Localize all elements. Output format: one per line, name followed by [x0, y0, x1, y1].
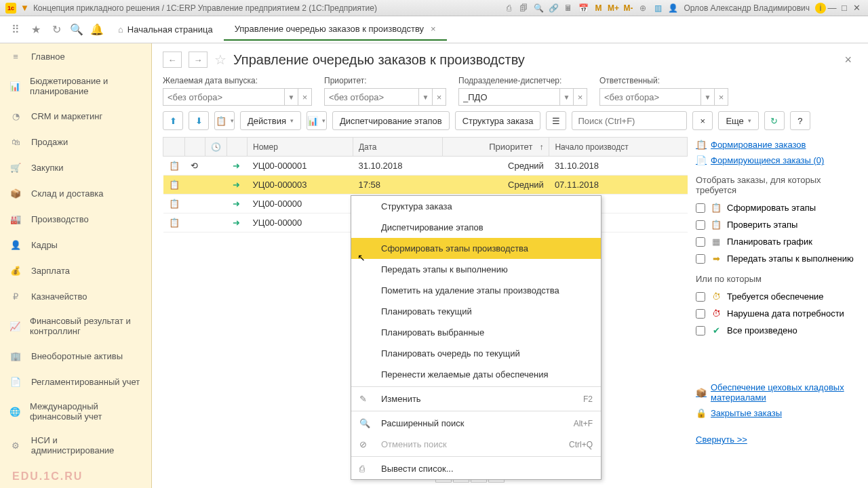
dropdown-icon[interactable]: ▼ [560, 88, 574, 106]
context-menu-item[interactable]: 🔍Расширенный поискAlt+F [351, 413, 601, 434]
link-closed-orders[interactable]: 🔒Закрытые заказы [696, 405, 857, 421]
search-clear-button[interactable]: × [692, 111, 713, 130]
sidebar-item-intl[interactable]: 🌐Международный финансовый учет [0, 394, 151, 428]
star-icon[interactable]: ★ [26, 20, 46, 40]
m-minus-icon[interactable]: M- [623, 3, 633, 14]
context-menu-item[interactable]: Передать этапы к выполнению [351, 259, 601, 280]
context-menu-item[interactable]: ⊘Отменить поискCtrl+Q [351, 434, 601, 455]
sidebar-item-purchase[interactable]: 🛒Закупки [0, 155, 151, 180]
search-input[interactable] [572, 111, 687, 130]
clear-icon[interactable]: × [433, 88, 446, 106]
table-row[interactable]: 📋➜УЦ00-00000317:58Средний07.11.2018 [163, 176, 688, 195]
sidebar-item-accounting[interactable]: 📄Регламентированный учет [0, 369, 151, 394]
context-menu-item[interactable]: Планировать очередь по текущий [351, 343, 601, 364]
context-menu-item[interactable]: Сформировать этапы производства [351, 238, 601, 259]
doc-icon[interactable]: 🗐 [518, 3, 529, 14]
dropdown-icon[interactable]: ▼ [20, 3, 29, 13]
apps-icon[interactable]: ⠿ [5, 20, 26, 40]
context-menu-item[interactable]: Структура заказа [351, 196, 601, 217]
context-menu-item[interactable]: ✎ИзменитьF2 [351, 388, 601, 409]
filter-checkbox[interactable]: 📋Проверить этапы [696, 216, 857, 233]
sidebar-item-main[interactable]: ≡Главное [0, 43, 151, 69]
sidebar-item-hr[interactable]: 👤Кадры [0, 232, 151, 258]
sidebar-item-budget[interactable]: 📊Бюджетирование и планирование [0, 69, 151, 103]
link-materials[interactable]: 📦Обеспечение цеховых кладовых материалам… [696, 380, 857, 405]
search-toolbar-icon[interactable]: 🔍 [66, 20, 87, 40]
m-icon[interactable]: M [593, 3, 604, 14]
sidebar-item-finance[interactable]: 📈Финансовый результат и контроллинг [0, 309, 151, 343]
dropdown-icon[interactable]: ▼ [701, 88, 715, 106]
info-icon[interactable]: i [815, 3, 826, 14]
print-icon[interactable]: ⎙ [503, 3, 514, 14]
link-form-orders[interactable]: 📋Формирование заказов [696, 137, 857, 152]
calendar-icon[interactable]: 📅 [578, 3, 589, 14]
context-menu-item[interactable]: Перенести желаемые даты обеспечения [351, 364, 601, 385]
structure-button[interactable]: Структура заказа [455, 111, 541, 130]
clear-icon[interactable]: × [715, 88, 728, 106]
dropdown-icon[interactable]: ▼ [419, 88, 433, 106]
link-forming-orders[interactable]: 📄Формирующиеся заказы (0) [696, 152, 857, 168]
user-name[interactable]: Орлов Александр Владимирович [684, 3, 810, 13]
context-menu-item[interactable]: Пометить на удаление этапы производства [351, 280, 601, 301]
filter-date-input[interactable] [163, 88, 285, 106]
context-menu-item[interactable]: ⎙Вывести список... [351, 458, 601, 479]
dispatch-button[interactable]: Диспетчирование этапов [332, 111, 450, 130]
filter-resp-input[interactable] [599, 88, 701, 106]
move-up-button[interactable]: ⬆ [163, 111, 183, 130]
tab-home[interactable]: ⌂ Начальная страница [107, 19, 224, 40]
forward-button[interactable]: → [189, 52, 208, 68]
list-button[interactable]: ☰ [546, 111, 566, 130]
link-icon[interactable]: 🔗 [548, 3, 559, 14]
sidebar-item-warehouse[interactable]: 📦Склад и доставка [0, 180, 151, 206]
calc-icon[interactable]: 🖩 [563, 3, 574, 14]
move-down-button[interactable]: ⬇ [189, 111, 209, 130]
sidebar-item-treasury[interactable]: ₽Казначейство [0, 283, 151, 309]
favorite-star-icon[interactable]: ☆ [214, 52, 226, 68]
filter-checkbox[interactable]: 📋Сформировать этапы [696, 199, 857, 216]
col-priority[interactable]: Приоритет ↑ [442, 138, 549, 157]
history-icon[interactable]: ↻ [46, 20, 66, 40]
bell-icon[interactable]: 🔔 [87, 20, 107, 40]
filter-checkbox[interactable]: ▦Планировать график [696, 233, 857, 250]
col-start[interactable]: Начало производст [549, 138, 688, 157]
sidebar-item-production[interactable]: 🏭Производство [0, 206, 151, 232]
sidebar-item-salary[interactable]: 💰Зарплата [0, 258, 151, 283]
new-button[interactable]: 📋▾ [214, 111, 235, 130]
filter-checkbox[interactable]: ✔Все произведено [696, 322, 857, 339]
filter-priority-input[interactable] [324, 88, 419, 106]
search-icon[interactable]: 🔍 [533, 3, 544, 14]
maximize-button[interactable]: □ [838, 3, 850, 14]
close-page-button[interactable]: × [839, 53, 857, 67]
help-button[interactable]: ? [790, 111, 810, 130]
back-button[interactable]: ← [163, 52, 182, 68]
col-number[interactable]: Номер [248, 138, 353, 157]
col-date[interactable]: Дата [353, 138, 442, 157]
context-menu-item[interactable]: Диспетчирование этапов [351, 217, 601, 238]
collapse-link[interactable]: Свернуть >> [696, 434, 747, 445]
minimize-button[interactable]: — [826, 3, 838, 14]
reports-button[interactable]: 📊▾ [307, 111, 327, 130]
m-plus-icon[interactable]: M+ [608, 3, 618, 14]
user-icon[interactable]: 👤 [667, 3, 678, 14]
more-button[interactable]: Еще▾ [718, 111, 758, 130]
sidebar-item-crm[interactable]: ◔CRM и маркетинг [0, 103, 151, 129]
sidebar-item-assets[interactable]: 🏢Внеоборотные активы [0, 343, 151, 369]
dropdown-icon[interactable]: ▼ [285, 88, 298, 106]
context-menu-item[interactable]: Планировать выбранные [351, 322, 601, 343]
filter-checkbox[interactable]: ⏱Требуется обеспечение [696, 288, 857, 305]
clear-icon[interactable]: × [574, 88, 587, 106]
filter-dept-input[interactable] [458, 88, 560, 106]
clear-icon[interactable]: × [298, 88, 312, 106]
filter-checkbox[interactable]: ⏱Нарушена дата потребности [696, 305, 857, 322]
zoom-icon[interactable]: ⊕ [637, 3, 648, 14]
actions-button[interactable]: Действия▾ [240, 111, 301, 130]
sidebar-item-admin[interactable]: ⚙НСИ и администрирование [0, 428, 151, 462]
sidebar-item-sales[interactable]: 🛍Продажи [0, 129, 151, 155]
table-row[interactable]: 📋⟲➜УЦ00-00000131.10.2018Средний31.10.201… [163, 157, 688, 176]
context-menu-item[interactable]: Планировать текущий [351, 301, 601, 322]
filter-checkbox[interactable]: ➡Передать этапы к выполнению [696, 250, 857, 267]
refresh-button[interactable]: ↻ [764, 111, 785, 130]
close-window-button[interactable]: ✕ [850, 3, 863, 14]
panels-icon[interactable]: ▥ [652, 3, 663, 14]
tab-active[interactable]: Управление очередью заказов к производст… [224, 18, 447, 41]
